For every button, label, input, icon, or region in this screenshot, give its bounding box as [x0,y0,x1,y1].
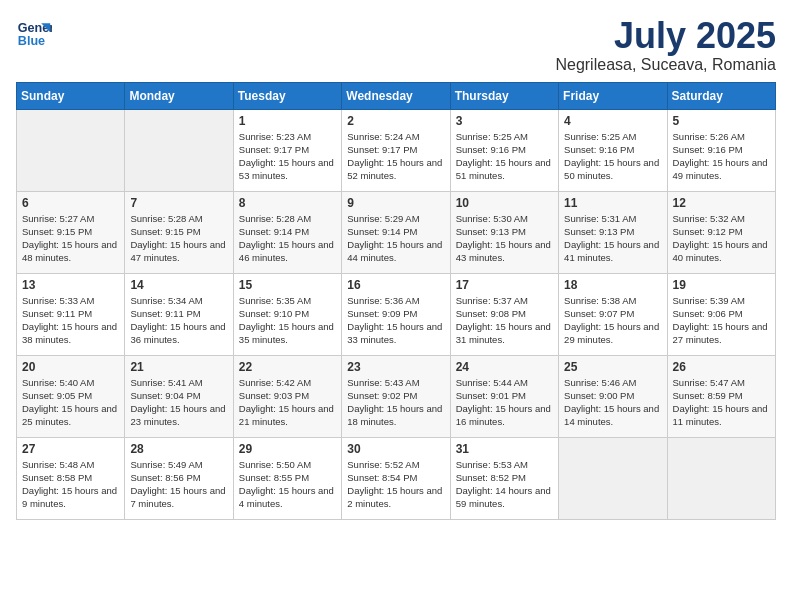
calendar-cell: 11Sunrise: 5:31 AM Sunset: 9:13 PM Dayli… [559,191,667,273]
calendar-cell: 12Sunrise: 5:32 AM Sunset: 9:12 PM Dayli… [667,191,775,273]
day-number: 9 [347,196,444,210]
calendar-cell: 20Sunrise: 5:40 AM Sunset: 9:05 PM Dayli… [17,355,125,437]
day-number: 11 [564,196,661,210]
calendar-cell: 28Sunrise: 5:49 AM Sunset: 8:56 PM Dayli… [125,437,233,519]
calendar-cell: 4Sunrise: 5:25 AM Sunset: 9:16 PM Daylig… [559,109,667,191]
calendar-cell: 5Sunrise: 5:26 AM Sunset: 9:16 PM Daylig… [667,109,775,191]
day-info: Sunrise: 5:49 AM Sunset: 8:56 PM Dayligh… [130,458,227,511]
day-info: Sunrise: 5:25 AM Sunset: 9:16 PM Dayligh… [456,130,553,183]
calendar-cell: 30Sunrise: 5:52 AM Sunset: 8:54 PM Dayli… [342,437,450,519]
day-info: Sunrise: 5:38 AM Sunset: 9:07 PM Dayligh… [564,294,661,347]
calendar-cell: 3Sunrise: 5:25 AM Sunset: 9:16 PM Daylig… [450,109,558,191]
calendar-cell: 23Sunrise: 5:43 AM Sunset: 9:02 PM Dayli… [342,355,450,437]
day-info: Sunrise: 5:30 AM Sunset: 9:13 PM Dayligh… [456,212,553,265]
calendar-week-row: 1Sunrise: 5:23 AM Sunset: 9:17 PM Daylig… [17,109,776,191]
calendar-cell: 31Sunrise: 5:53 AM Sunset: 8:52 PM Dayli… [450,437,558,519]
day-number: 6 [22,196,119,210]
calendar-cell [559,437,667,519]
day-info: Sunrise: 5:23 AM Sunset: 9:17 PM Dayligh… [239,130,336,183]
day-info: Sunrise: 5:29 AM Sunset: 9:14 PM Dayligh… [347,212,444,265]
calendar-cell: 2Sunrise: 5:24 AM Sunset: 9:17 PM Daylig… [342,109,450,191]
calendar-cell: 17Sunrise: 5:37 AM Sunset: 9:08 PM Dayli… [450,273,558,355]
day-number: 7 [130,196,227,210]
day-info: Sunrise: 5:48 AM Sunset: 8:58 PM Dayligh… [22,458,119,511]
day-info: Sunrise: 5:39 AM Sunset: 9:06 PM Dayligh… [673,294,770,347]
day-number: 30 [347,442,444,456]
location-title: Negrileasa, Suceava, Romania [555,56,776,74]
calendar-cell: 25Sunrise: 5:46 AM Sunset: 9:00 PM Dayli… [559,355,667,437]
day-info: Sunrise: 5:53 AM Sunset: 8:52 PM Dayligh… [456,458,553,511]
calendar-cell: 29Sunrise: 5:50 AM Sunset: 8:55 PM Dayli… [233,437,341,519]
day-info: Sunrise: 5:42 AM Sunset: 9:03 PM Dayligh… [239,376,336,429]
day-number: 19 [673,278,770,292]
day-info: Sunrise: 5:47 AM Sunset: 8:59 PM Dayligh… [673,376,770,429]
day-info: Sunrise: 5:36 AM Sunset: 9:09 PM Dayligh… [347,294,444,347]
day-number: 31 [456,442,553,456]
calendar-cell: 27Sunrise: 5:48 AM Sunset: 8:58 PM Dayli… [17,437,125,519]
calendar-table: SundayMondayTuesdayWednesdayThursdayFrid… [16,82,776,520]
calendar-cell: 19Sunrise: 5:39 AM Sunset: 9:06 PM Dayli… [667,273,775,355]
calendar-cell: 21Sunrise: 5:41 AM Sunset: 9:04 PM Dayli… [125,355,233,437]
day-info: Sunrise: 5:41 AM Sunset: 9:04 PM Dayligh… [130,376,227,429]
calendar-cell: 14Sunrise: 5:34 AM Sunset: 9:11 PM Dayli… [125,273,233,355]
weekday-header-wednesday: Wednesday [342,82,450,109]
day-info: Sunrise: 5:28 AM Sunset: 9:14 PM Dayligh… [239,212,336,265]
day-number: 12 [673,196,770,210]
calendar-cell: 6Sunrise: 5:27 AM Sunset: 9:15 PM Daylig… [17,191,125,273]
calendar-cell: 10Sunrise: 5:30 AM Sunset: 9:13 PM Dayli… [450,191,558,273]
day-info: Sunrise: 5:43 AM Sunset: 9:02 PM Dayligh… [347,376,444,429]
calendar-cell: 7Sunrise: 5:28 AM Sunset: 9:15 PM Daylig… [125,191,233,273]
calendar-cell: 16Sunrise: 5:36 AM Sunset: 9:09 PM Dayli… [342,273,450,355]
day-number: 20 [22,360,119,374]
title-area: July 2025 Negrileasa, Suceava, Romania [555,16,776,74]
day-number: 1 [239,114,336,128]
day-info: Sunrise: 5:52 AM Sunset: 8:54 PM Dayligh… [347,458,444,511]
calendar-cell [125,109,233,191]
day-number: 29 [239,442,336,456]
day-number: 5 [673,114,770,128]
day-info: Sunrise: 5:27 AM Sunset: 9:15 PM Dayligh… [22,212,119,265]
day-number: 3 [456,114,553,128]
day-number: 22 [239,360,336,374]
page-header: General Blue July 2025 Negrileasa, Sucea… [16,16,776,74]
day-number: 27 [22,442,119,456]
month-title: July 2025 [555,16,776,56]
calendar-week-row: 13Sunrise: 5:33 AM Sunset: 9:11 PM Dayli… [17,273,776,355]
day-info: Sunrise: 5:31 AM Sunset: 9:13 PM Dayligh… [564,212,661,265]
logo-icon: General Blue [16,16,52,52]
day-number: 2 [347,114,444,128]
weekday-header-saturday: Saturday [667,82,775,109]
calendar-cell: 18Sunrise: 5:38 AM Sunset: 9:07 PM Dayli… [559,273,667,355]
weekday-header-row: SundayMondayTuesdayWednesdayThursdayFrid… [17,82,776,109]
day-number: 8 [239,196,336,210]
calendar-cell: 24Sunrise: 5:44 AM Sunset: 9:01 PM Dayli… [450,355,558,437]
calendar-week-row: 27Sunrise: 5:48 AM Sunset: 8:58 PM Dayli… [17,437,776,519]
day-number: 18 [564,278,661,292]
calendar-cell: 9Sunrise: 5:29 AM Sunset: 9:14 PM Daylig… [342,191,450,273]
calendar-cell: 26Sunrise: 5:47 AM Sunset: 8:59 PM Dayli… [667,355,775,437]
day-number: 17 [456,278,553,292]
day-info: Sunrise: 5:24 AM Sunset: 9:17 PM Dayligh… [347,130,444,183]
day-number: 15 [239,278,336,292]
day-info: Sunrise: 5:34 AM Sunset: 9:11 PM Dayligh… [130,294,227,347]
weekday-header-thursday: Thursday [450,82,558,109]
day-number: 10 [456,196,553,210]
calendar-cell: 1Sunrise: 5:23 AM Sunset: 9:17 PM Daylig… [233,109,341,191]
day-info: Sunrise: 5:32 AM Sunset: 9:12 PM Dayligh… [673,212,770,265]
logo: General Blue [16,16,56,52]
calendar-cell [667,437,775,519]
day-info: Sunrise: 5:25 AM Sunset: 9:16 PM Dayligh… [564,130,661,183]
day-info: Sunrise: 5:26 AM Sunset: 9:16 PM Dayligh… [673,130,770,183]
day-info: Sunrise: 5:44 AM Sunset: 9:01 PM Dayligh… [456,376,553,429]
weekday-header-friday: Friday [559,82,667,109]
day-number: 14 [130,278,227,292]
day-number: 28 [130,442,227,456]
svg-text:Blue: Blue [18,34,45,48]
day-number: 4 [564,114,661,128]
day-info: Sunrise: 5:33 AM Sunset: 9:11 PM Dayligh… [22,294,119,347]
calendar-week-row: 20Sunrise: 5:40 AM Sunset: 9:05 PM Dayli… [17,355,776,437]
day-number: 13 [22,278,119,292]
day-info: Sunrise: 5:35 AM Sunset: 9:10 PM Dayligh… [239,294,336,347]
calendar-cell [17,109,125,191]
calendar-cell: 22Sunrise: 5:42 AM Sunset: 9:03 PM Dayli… [233,355,341,437]
